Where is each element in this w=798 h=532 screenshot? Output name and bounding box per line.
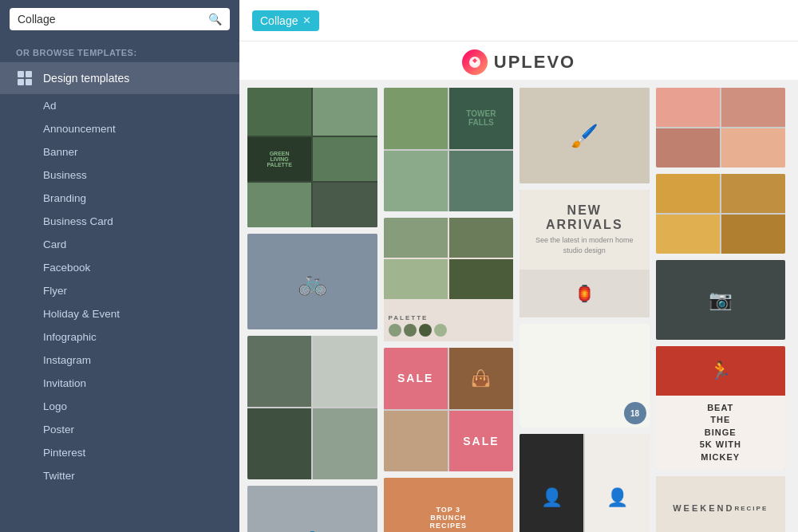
gallery-area: GREENLIVINGPALETTE 🚲 [239, 80, 798, 532]
gallery-item[interactable]: WEEKENDRECIPE [656, 476, 786, 532]
sidebar-item-infographic[interactable]: Infographic [0, 325, 239, 349]
sidebar-item-banner[interactable]: Banner [0, 140, 239, 164]
branding-bar: UPLEVO [239, 41, 798, 80]
gallery-item[interactable]: PALETTE [384, 218, 514, 341]
gallery-item[interactable] [656, 174, 786, 254]
browse-label: OR BROWSE TEMPLATES: [0, 38, 239, 62]
sidebar-menu: Design templates Ad Announcement Banner … [0, 62, 239, 532]
sidebar-item-announcement[interactable]: Announcement [0, 117, 239, 140]
gallery-item[interactable]: 🏃 BEATTHEBINGE5K WITHMICKEY [656, 346, 786, 470]
gallery-item[interactable]: 📷 [656, 260, 786, 340]
search-area: 🔍 [0, 0, 239, 38]
sidebar-item-instagram[interactable]: Instagram [0, 349, 239, 372]
gallery-item[interactable]: NEWARRIVALS See the latest in modern hom… [519, 190, 650, 317]
sidebar-item-business-card[interactable]: Business Card [0, 210, 239, 233]
sidebar-item-ad[interactable]: Ad [0, 94, 239, 117]
main-content: Collage ✕ UPLEVO [239, 0, 798, 532]
sidebar-item-facebook[interactable]: Facebook [0, 256, 239, 279]
sidebar-item-poster[interactable]: Poster [0, 418, 239, 441]
active-tag-chip[interactable]: Collage ✕ [252, 10, 319, 31]
search-icon: 🔍 [208, 13, 222, 26]
gallery-item[interactable]: 18 [519, 324, 650, 428]
tag-close-button[interactable]: ✕ [302, 14, 311, 26]
search-box[interactable]: 🔍 [10, 8, 230, 30]
sidebar-item-invitation[interactable]: Invitation [0, 372, 239, 395]
search-input[interactable] [18, 13, 202, 26]
gallery-item[interactable] [656, 88, 786, 167]
sidebar-item-flyer[interactable]: Flyer [0, 279, 239, 302]
svg-rect-2 [18, 79, 24, 85]
gallery-grid: GREENLIVINGPALETTE 🚲 [247, 88, 785, 532]
number-badge: 18 [624, 402, 646, 424]
gallery-item[interactable]: 🖌️ [519, 88, 650, 183]
sidebar-item-holiday-event[interactable]: Holiday & Event [0, 302, 239, 325]
svg-rect-0 [18, 71, 24, 77]
sidebar-item-branding[interactable]: Branding [0, 187, 239, 210]
logo-icon [462, 49, 488, 75]
sidebar-item-design-templates[interactable]: Design templates [0, 62, 239, 94]
gallery-item[interactable]: SALE 👜 SALE [384, 348, 514, 471]
gallery-item[interactable] [247, 336, 377, 479]
tag-label: Collage [260, 14, 298, 27]
main-header: Collage ✕ [239, 0, 798, 41]
sidebar-item-twitter[interactable]: Twitter [0, 464, 239, 487]
sidebar-item-business[interactable]: Business [0, 164, 239, 187]
svg-rect-3 [26, 79, 32, 85]
gallery-item[interactable]: 👤 👤 [519, 434, 650, 532]
sidebar-item-label: Design templates [43, 72, 129, 85]
sidebar: 🔍 OR BROWSE TEMPLATES: Design templates … [0, 0, 239, 532]
gallery-item[interactable]: 🚲 [247, 234, 377, 329]
uplevo-name: UPLEVO [494, 52, 575, 73]
gallery-item[interactable]: TOP 3BRUNCHRECIPES [384, 478, 514, 532]
gallery-item[interactable]: TOWERFALLS [384, 88, 514, 211]
uplevo-logo: UPLEVO [462, 49, 575, 75]
sidebar-item-pinterest[interactable]: Pinterest [0, 441, 239, 464]
sidebar-item-card[interactable]: Card [0, 233, 239, 256]
gallery-item[interactable]: GREENLIVINGPALETTE [247, 88, 377, 227]
grid-icon [16, 69, 34, 87]
svg-rect-1 [26, 71, 32, 77]
sidebar-item-logo[interactable]: Logo [0, 395, 239, 418]
gallery-item[interactable]: 🧥 [247, 486, 377, 532]
